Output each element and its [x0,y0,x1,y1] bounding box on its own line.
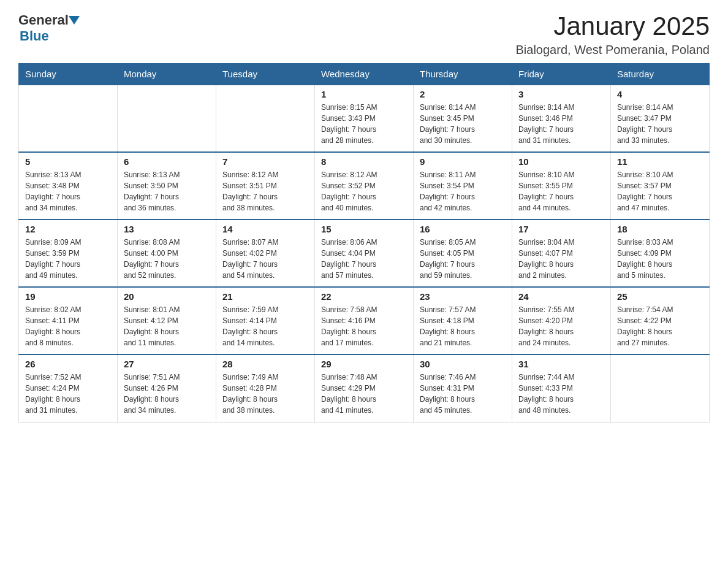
calendar-cell: 15Sunrise: 8:06 AMSunset: 4:04 PMDayligh… [315,220,414,287]
day-number: 31 [518,359,604,369]
calendar-cell: 16Sunrise: 8:05 AMSunset: 4:05 PMDayligh… [414,220,512,287]
day-info: Sunrise: 7:57 AMSunset: 4:18 PMDaylight:… [420,304,506,348]
day-info: Sunrise: 8:08 AMSunset: 4:00 PMDaylight:… [124,237,210,281]
calendar-week-row: 26Sunrise: 7:52 AMSunset: 4:24 PMDayligh… [19,354,710,422]
day-number: 4 [617,89,703,99]
calendar-table: SundayMondayTuesdayWednesdayThursdayFrid… [18,63,710,423]
day-of-week-header: Sunday [19,64,118,85]
day-of-week-header: Saturday [611,64,710,85]
day-number: 3 [518,89,604,99]
calendar-cell: 24Sunrise: 7:55 AMSunset: 4:20 PMDayligh… [512,287,611,354]
day-info: Sunrise: 7:58 AMSunset: 4:16 PMDaylight:… [321,304,407,348]
location-title: Bialogard, West Pomerania, Poland [516,43,710,57]
day-info: Sunrise: 8:10 AMSunset: 3:57 PMDaylight:… [617,169,703,213]
day-number: 17 [518,224,604,234]
calendar-cell [19,85,118,152]
day-info: Sunrise: 8:13 AMSunset: 3:48 PMDaylight:… [25,169,111,213]
day-info: Sunrise: 8:14 AMSunset: 3:47 PMDaylight:… [617,102,703,146]
calendar-cell: 30Sunrise: 7:46 AMSunset: 4:31 PMDayligh… [414,354,512,422]
calendar-cell: 19Sunrise: 8:02 AMSunset: 4:11 PMDayligh… [19,287,118,354]
month-title: January 2025 [516,12,710,40]
day-of-week-header: Friday [512,64,611,85]
logo-blue-text: Blue [20,28,49,44]
calendar-cell: 5Sunrise: 8:13 AMSunset: 3:48 PMDaylight… [19,152,118,220]
calendar-cell: 9Sunrise: 8:11 AMSunset: 3:54 PMDaylight… [414,152,512,220]
calendar-cell: 13Sunrise: 8:08 AMSunset: 4:00 PMDayligh… [118,220,216,287]
calendar-cell: 6Sunrise: 8:13 AMSunset: 3:50 PMDaylight… [118,152,216,220]
day-number: 2 [420,89,506,99]
calendar-cell: 14Sunrise: 8:07 AMSunset: 4:02 PMDayligh… [216,220,315,287]
day-of-week-header: Thursday [414,64,512,85]
day-number: 13 [124,224,210,234]
day-info: Sunrise: 8:14 AMSunset: 3:45 PMDaylight:… [420,102,506,146]
day-number: 8 [321,156,407,167]
day-number: 16 [420,224,506,234]
calendar-cell: 28Sunrise: 7:49 AMSunset: 4:28 PMDayligh… [216,354,315,422]
calendar-week-row: 1Sunrise: 8:15 AMSunset: 3:43 PMDaylight… [19,85,710,152]
calendar-week-row: 12Sunrise: 8:09 AMSunset: 3:59 PMDayligh… [19,220,710,287]
calendar-cell: 8Sunrise: 8:12 AMSunset: 3:52 PMDaylight… [315,152,414,220]
day-info: Sunrise: 7:49 AMSunset: 4:28 PMDaylight:… [222,372,308,416]
day-number: 24 [518,291,604,302]
day-info: Sunrise: 8:04 AMSunset: 4:07 PMDaylight:… [518,237,604,281]
calendar-cell: 17Sunrise: 8:04 AMSunset: 4:07 PMDayligh… [512,220,611,287]
day-number: 10 [518,156,604,167]
calendar-cell: 25Sunrise: 7:54 AMSunset: 4:22 PMDayligh… [611,287,710,354]
day-number: 23 [420,291,506,302]
calendar-cell: 31Sunrise: 7:44 AMSunset: 4:33 PMDayligh… [512,354,611,422]
calendar-cell: 2Sunrise: 8:14 AMSunset: 3:45 PMDaylight… [414,85,512,152]
day-number: 15 [321,224,407,234]
day-number: 12 [25,224,111,234]
logo: General Blue [18,12,80,44]
day-number: 30 [420,359,506,369]
day-info: Sunrise: 8:02 AMSunset: 4:11 PMDaylight:… [25,304,111,348]
calendar-header-row: SundayMondayTuesdayWednesdayThursdayFrid… [19,64,710,85]
day-number: 25 [617,291,703,302]
calendar-cell: 20Sunrise: 8:01 AMSunset: 4:12 PMDayligh… [118,287,216,354]
calendar-cell: 21Sunrise: 7:59 AMSunset: 4:14 PMDayligh… [216,287,315,354]
logo-icon [69,16,80,25]
calendar-cell: 11Sunrise: 8:10 AMSunset: 3:57 PMDayligh… [611,152,710,220]
day-number: 5 [25,156,111,167]
calendar-cell [611,354,710,422]
day-info: Sunrise: 8:14 AMSunset: 3:46 PMDaylight:… [518,102,604,146]
day-info: Sunrise: 8:01 AMSunset: 4:12 PMDaylight:… [124,304,210,348]
day-info: Sunrise: 8:09 AMSunset: 3:59 PMDaylight:… [25,237,111,281]
calendar-cell: 27Sunrise: 7:51 AMSunset: 4:26 PMDayligh… [118,354,216,422]
day-info: Sunrise: 8:05 AMSunset: 4:05 PMDaylight:… [420,237,506,281]
day-info: Sunrise: 7:44 AMSunset: 4:33 PMDaylight:… [518,372,604,416]
day-of-week-header: Tuesday [216,64,315,85]
day-info: Sunrise: 7:48 AMSunset: 4:29 PMDaylight:… [321,372,407,416]
day-number: 7 [222,156,308,167]
calendar-cell: 12Sunrise: 8:09 AMSunset: 3:59 PMDayligh… [19,220,118,287]
day-info: Sunrise: 8:12 AMSunset: 3:52 PMDaylight:… [321,169,407,213]
title-block: January 2025 Bialogard, West Pomerania, … [516,12,710,57]
day-info: Sunrise: 8:10 AMSunset: 3:55 PMDaylight:… [518,169,604,213]
day-number: 29 [321,359,407,369]
day-number: 22 [321,291,407,302]
day-info: Sunrise: 7:52 AMSunset: 4:24 PMDaylight:… [25,372,111,416]
logo-general-text: General [18,12,69,28]
day-number: 21 [222,291,308,302]
day-info: Sunrise: 8:15 AMSunset: 3:43 PMDaylight:… [321,102,407,146]
calendar-cell: 23Sunrise: 7:57 AMSunset: 4:18 PMDayligh… [414,287,512,354]
day-number: 20 [124,291,210,302]
calendar-cell: 1Sunrise: 8:15 AMSunset: 3:43 PMDaylight… [315,85,414,152]
day-info: Sunrise: 8:11 AMSunset: 3:54 PMDaylight:… [420,169,506,213]
calendar-cell: 22Sunrise: 7:58 AMSunset: 4:16 PMDayligh… [315,287,414,354]
calendar-cell: 29Sunrise: 7:48 AMSunset: 4:29 PMDayligh… [315,354,414,422]
day-number: 11 [617,156,703,167]
day-number: 19 [25,291,111,302]
calendar-cell: 7Sunrise: 8:12 AMSunset: 3:51 PMDaylight… [216,152,315,220]
page-header: General Blue January 2025 Bialogard, Wes… [18,12,710,57]
day-number: 1 [321,89,407,99]
day-number: 27 [124,359,210,369]
day-info: Sunrise: 8:12 AMSunset: 3:51 PMDaylight:… [222,169,308,213]
calendar-cell: 3Sunrise: 8:14 AMSunset: 3:46 PMDaylight… [512,85,611,152]
calendar-cell: 10Sunrise: 8:10 AMSunset: 3:55 PMDayligh… [512,152,611,220]
day-info: Sunrise: 8:07 AMSunset: 4:02 PMDaylight:… [222,237,308,281]
day-of-week-header: Wednesday [315,64,414,85]
day-info: Sunrise: 7:46 AMSunset: 4:31 PMDaylight:… [420,372,506,416]
calendar-cell: 4Sunrise: 8:14 AMSunset: 3:47 PMDaylight… [611,85,710,152]
day-number: 28 [222,359,308,369]
